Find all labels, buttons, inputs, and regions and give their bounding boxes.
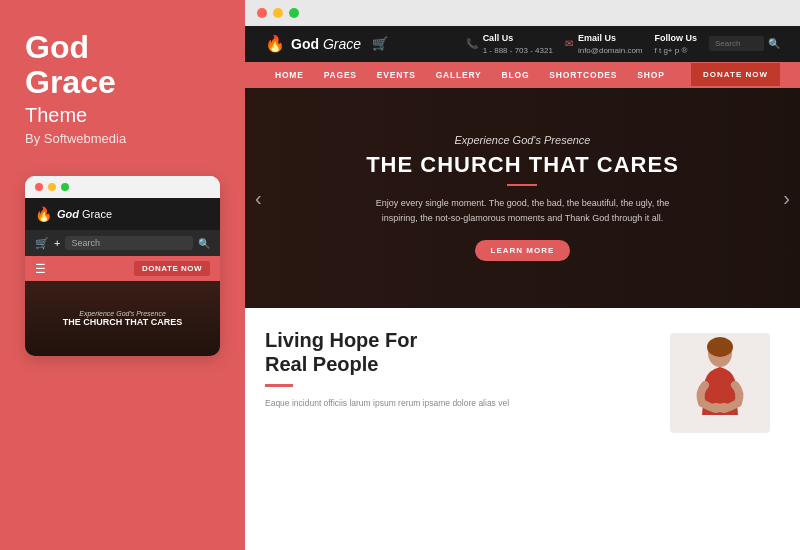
site-flame-icon: 🔥	[265, 34, 285, 53]
mobile-preview: 🔥 God Grace 🛒 + Search 🔍 ☰ DONATE NOW Ex…	[25, 176, 220, 356]
svg-point-1	[707, 337, 733, 357]
mobile-logo-text: God Grace	[57, 208, 112, 220]
site-hero: ‹ Experience God's Presence THE CHURCH T…	[245, 88, 800, 308]
phone-icon: 📞	[466, 38, 478, 49]
mobile-logo: 🔥 God Grace	[35, 206, 112, 222]
site-hero-content: Experience God's Presence THE CHURCH THA…	[326, 134, 719, 261]
prayer-woman-image	[670, 333, 770, 433]
svg-point-3	[717, 403, 731, 413]
mobile-hero: Experience God's Presence THE CHURCH THA…	[25, 281, 220, 356]
site-search[interactable]: 🔍	[709, 36, 780, 51]
hero-learn-more-button[interactable]: LEARN MORE	[475, 240, 571, 261]
nav-item-blog[interactable]: BLOG	[492, 62, 540, 88]
mobile-nav: ☰ DONATE NOW	[25, 256, 220, 281]
site-below-hero: Living Hope For Real People Eaque incidu…	[245, 308, 800, 550]
mobile-hamburger-icon[interactable]: ☰	[35, 262, 46, 276]
website-preview: 🔥 God Grace 🛒 📞 Call Us 1 - 888 - 703 - …	[245, 26, 800, 550]
mobile-titlebar	[25, 176, 220, 198]
email-text: Email Us info@domain.com	[578, 32, 643, 56]
mobile-plus-icon: +	[54, 237, 60, 249]
follow-text: Follow Us f t g+ p ®	[655, 32, 698, 56]
left-panel: God Grace Theme By Softwebmedia 🔥 God Gr…	[0, 0, 245, 550]
mobile-hero-subtitle: Experience God's Presence	[79, 310, 166, 317]
site-logo: 🔥 God Grace 🛒	[265, 34, 388, 53]
nav-item-gallery[interactable]: GALLERY	[426, 62, 492, 88]
mobile-donate-button[interactable]: DONATE NOW	[134, 261, 210, 276]
hero-next-arrow[interactable]: ›	[783, 186, 790, 209]
site-follow-info: Follow Us f t g+ p ®	[655, 32, 698, 56]
mobile-search-bar: 🛒 + Search 🔍	[25, 230, 220, 256]
below-hero-text-section: Living Hope For Real People Eaque incidu…	[265, 328, 640, 550]
email-icon: ✉	[565, 38, 573, 49]
mobile-dot-green	[61, 183, 69, 191]
nav-item-home[interactable]: HOME	[265, 62, 314, 88]
mobile-dot-red	[35, 183, 43, 191]
hero-prev-arrow[interactable]: ‹	[255, 186, 262, 209]
browser-dot-yellow	[273, 8, 283, 18]
site-call-info: 📞 Call Us 1 - 888 - 703 - 4321	[466, 32, 553, 56]
site-donate-button[interactable]: DONATE NOW	[691, 63, 780, 86]
nav-item-pages[interactable]: PAGES	[314, 62, 367, 88]
mobile-site-header: 🔥 God Grace	[25, 198, 220, 230]
below-hero-title: Living Hope For Real People	[265, 328, 640, 376]
right-panel: 🔥 God Grace 🛒 📞 Call Us 1 - 888 - 703 - …	[245, 0, 800, 550]
hero-body-text: Enjoy every single moment. The good, the…	[372, 196, 672, 225]
nav-item-events[interactable]: EVENTS	[367, 62, 426, 88]
below-hero-image	[660, 328, 780, 550]
below-hero-divider	[265, 384, 293, 387]
nav-item-shop[interactable]: SHOP	[627, 62, 674, 88]
call-text: Call Us 1 - 888 - 703 - 4321	[483, 32, 553, 56]
site-nav: HOME PAGES EVENTS GALLERY BLOG SHORTCODE…	[245, 62, 800, 88]
mobile-hero-title: THE CHURCH THAT CARES	[63, 317, 182, 327]
site-email-info: ✉ Email Us info@domain.com	[565, 32, 643, 56]
browser-dot-green	[289, 8, 299, 18]
browser-chrome	[245, 0, 800, 26]
site-search-button[interactable]: 🔍	[768, 38, 780, 49]
site-header-info: 📞 Call Us 1 - 888 - 703 - 4321 ✉ Email U…	[466, 32, 780, 56]
site-logo-text: God Grace	[291, 36, 361, 52]
hero-title: THE CHURCH THAT CARES	[366, 152, 679, 178]
below-hero-body: Eaque incidunt officiis larum ipsum reru…	[265, 397, 640, 411]
mobile-search-button[interactable]: 🔍	[198, 238, 210, 249]
site-search-input[interactable]	[709, 36, 764, 51]
nav-item-shortcodes[interactable]: SHORTCODES	[539, 62, 627, 88]
site-header: 🔥 God Grace 🛒 📞 Call Us 1 - 888 - 703 - …	[245, 26, 800, 62]
hero-subtitle: Experience God's Presence	[366, 134, 679, 146]
theme-title: God Grace	[25, 30, 220, 100]
mobile-cart-icon: 🛒	[35, 237, 49, 250]
mobile-dot-yellow	[48, 183, 56, 191]
mobile-flame-icon: 🔥	[35, 206, 52, 222]
mobile-search-input[interactable]: Search	[65, 236, 193, 250]
theme-subtitle: Theme	[25, 104, 220, 127]
site-cart-icon[interactable]: 🛒	[372, 36, 388, 51]
theme-author: By Softwebmedia	[25, 131, 220, 146]
hero-divider	[507, 184, 537, 186]
browser-dot-red	[257, 8, 267, 18]
